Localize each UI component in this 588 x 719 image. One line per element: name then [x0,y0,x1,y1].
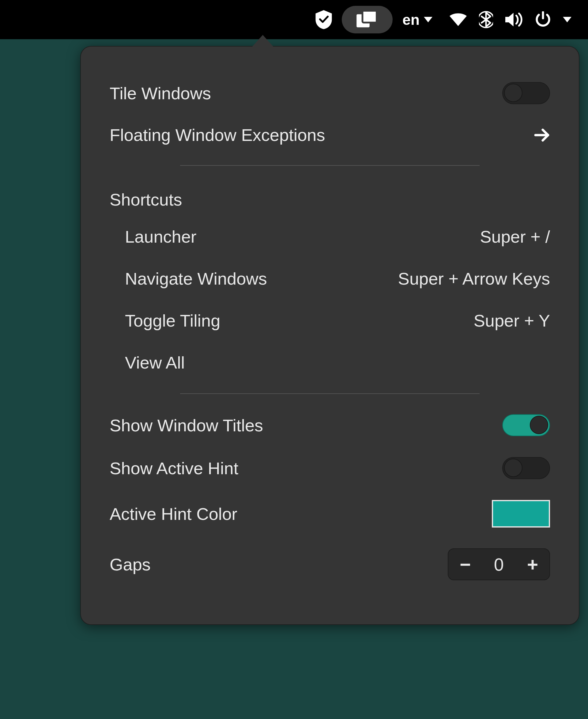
divider [180,393,480,394]
tile-windows-row: Tile Windows [110,72,550,115]
popover-body: Tile Windows Floating Window Exceptions … [80,46,580,625]
security-indicator[interactable] [308,6,339,34]
active-hint-color-label: Active Hint Color [110,504,237,524]
system-status-area[interactable] [442,6,579,34]
show-active-hint-label: Show Active Hint [110,458,238,478]
volume-icon [505,12,523,27]
gaps-label: Gaps [110,554,151,574]
tiling-popover: Tile Windows Floating Window Exceptions … [80,46,580,625]
gaps-row: Gaps − 0 + [110,538,550,591]
view-all-label: View All [125,353,185,372]
gaps-stepper: − 0 + [448,548,550,580]
gaps-increment-button[interactable]: + [516,549,549,580]
floating-exceptions-label: Floating Window Exceptions [110,125,325,145]
shortcuts-view-all[interactable]: View All [110,342,550,384]
shortcut-toggle-tiling: Toggle Tiling Super + Y [110,300,550,342]
chevron-down-icon [563,17,571,22]
shortcut-label: Navigate Windows [125,269,267,289]
bluetooth-icon [479,11,493,28]
tile-windows-toggle[interactable] [502,82,550,104]
shortcuts-title: Shortcuts [110,176,550,216]
divider [180,165,480,166]
active-hint-color-swatch[interactable] [492,500,550,528]
gaps-value: 0 [482,554,516,575]
active-hint-color-row: Active Hint Color [110,490,550,538]
shortcut-keys: Super + Y [474,311,550,331]
keyboard-layout-indicator[interactable]: en [395,6,440,34]
svg-rect-1 [363,11,377,23]
shield-check-icon [315,10,332,29]
chevron-down-icon [424,17,433,22]
top-panel: en [0,0,588,39]
show-window-titles-row: Show Window Titles [110,404,550,447]
show-active-hint-toggle[interactable] [502,457,550,479]
shortcut-navigate-windows: Navigate Windows Super + Arrow Keys [110,258,550,300]
shortcut-keys: Super + / [480,227,550,247]
shortcut-launcher: Launcher Super + / [110,216,550,258]
gaps-decrement-button[interactable]: − [448,549,482,580]
shortcut-label: Launcher [125,227,196,247]
arrow-right-icon [534,128,550,142]
shortcut-keys: Super + Arrow Keys [398,269,550,289]
shortcut-label: Toggle Tiling [125,311,220,331]
language-code: en [402,11,420,28]
wifi-icon [449,13,467,26]
power-icon [535,11,551,28]
floating-exceptions-row[interactable]: Floating Window Exceptions [110,115,550,155]
tiling-indicator[interactable] [342,6,393,34]
show-window-titles-label: Show Window Titles [110,415,263,435]
tile-windows-label: Tile Windows [110,83,211,103]
show-active-hint-row: Show Active Hint [110,447,550,490]
show-window-titles-toggle[interactable] [502,414,550,436]
window-tiling-icon [356,11,378,28]
popover-arrow [252,35,274,47]
